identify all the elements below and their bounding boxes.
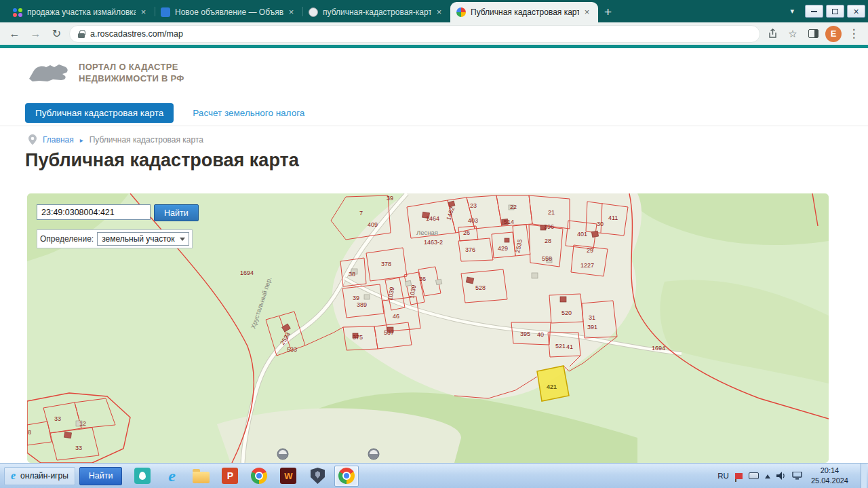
panorama-marker-icon[interactable] (277, 449, 288, 459)
map-search-button[interactable]: Найти (154, 204, 199, 221)
browser-tab[interactable]: публичная-кадастровая-карта.р (302, 2, 450, 22)
hidden-icons-chevron-icon[interactable] (765, 472, 770, 478)
taskbar-icons (130, 466, 359, 487)
new-tab-button[interactable] (604, 5, 612, 18)
blue-favicon-icon (161, 7, 170, 17)
system-tray: RU 20:14 25.04.2024 (717, 464, 867, 488)
language-indicator[interactable]: RU (717, 472, 729, 480)
svg-text:429: 429 (498, 245, 508, 252)
svg-text:376: 376 (465, 246, 475, 253)
profile-avatar[interactable]: E (825, 26, 842, 42)
quick-launch-label: онлайн-игры (20, 471, 68, 481)
tab-title: Новое объявление — Объявле (175, 7, 283, 17)
svg-text:521: 521 (555, 343, 566, 350)
address-bar[interactable]: a.roscadastres.com/map (69, 25, 760, 43)
browser-tab[interactable]: Новое объявление — Объявле (155, 2, 302, 22)
browser-tab[interactable]: продажа участка измайловка ж (7, 2, 155, 22)
nav-tab-land-tax[interactable]: Расчет земельного налога (193, 108, 304, 118)
share-icon[interactable] (764, 26, 781, 42)
side-panel-glyph (808, 29, 818, 38)
browser-tabs: продажа участка измайловка жНовое объявл… (7, 0, 598, 22)
close-button[interactable] (847, 5, 865, 18)
browser-menu-icon[interactable] (846, 26, 862, 42)
wot-taskbar-button[interactable] (276, 466, 300, 487)
svg-text:375: 375 (353, 334, 363, 341)
tab-title: публичная-кадастровая-карта.р (323, 7, 431, 17)
reload-button[interactable]: ↻ (48, 25, 65, 42)
ie-taskbar-button[interactable] (159, 466, 184, 487)
chrome-icon (251, 468, 267, 484)
chrome-taskbar-button[interactable] (247, 466, 271, 487)
clock[interactable]: 20:14 25.04.2024 (808, 466, 851, 486)
definition-select[interactable]: земельный участок (97, 232, 189, 246)
svg-text:558: 558 (542, 255, 552, 262)
window-controls (790, 0, 868, 22)
svg-text:30: 30 (597, 221, 604, 227)
drop-taskbar-button[interactable] (130, 466, 155, 487)
svg-text:389: 389 (357, 301, 367, 308)
browser-tabstrip: продажа участка измайловка жНовое объявл… (0, 0, 868, 22)
svg-text:378: 378 (381, 261, 391, 267)
tab-close-icon[interactable] (434, 7, 444, 18)
side-panel-icon[interactable] (805, 26, 821, 42)
svg-text:7: 7 (359, 210, 363, 217)
taskbar-search-button[interactable]: Найти (79, 467, 123, 485)
folder-taskbar-button[interactable] (189, 466, 213, 487)
russia-map-icon (27, 60, 71, 87)
chrome-taskbar-button[interactable] (334, 466, 359, 487)
tab-close-icon[interactable] (582, 7, 592, 18)
shield-taskbar-button[interactable] (305, 466, 330, 487)
tab-close-icon[interactable] (286, 7, 296, 18)
lock-icon[interactable] (78, 30, 85, 38)
web-page: ПОРТАЛ О КАДАСТРЕ НЕДВИЖИМОСТИ В РФ Публ… (0, 48, 868, 463)
svg-text:411: 411 (608, 214, 618, 221)
page-title: Публичная кадастровая карта (25, 150, 299, 171)
network-icon[interactable] (792, 472, 802, 480)
svg-text:514: 514 (504, 219, 514, 225)
quick-launch-toolbar[interactable]: онлайн-игры (4, 467, 75, 485)
tab-close-icon[interactable] (138, 7, 149, 18)
breadcrumb: Главная Публичная кадастровая карта (28, 134, 203, 145)
panorama-marker-icon[interactable] (368, 449, 379, 459)
svg-text:39: 39 (387, 195, 393, 202)
svg-text:1464: 1464 (426, 215, 439, 222)
minimize-button[interactable] (805, 5, 823, 18)
time: 20:14 (811, 466, 848, 476)
browser-toolbar: ← → ↻ a.roscadastres.com/map E (0, 22, 868, 45)
ppt-taskbar-button[interactable] (218, 466, 242, 487)
site-logo: ПОРТАЛ О КАДАСТРЕ НЕДВИЖИМОСТИ В РФ (27, 60, 184, 87)
maximize-button[interactable] (826, 5, 844, 18)
keyboard-tray-icon[interactable] (749, 472, 759, 479)
nav-tab-public-map[interactable]: Публичная кадастровая карта (25, 103, 174, 123)
speaker-icon[interactable] (776, 472, 786, 480)
svg-text:26: 26 (463, 229, 470, 236)
ppt-icon (222, 468, 238, 484)
bookmark-star-icon[interactable] (785, 26, 801, 42)
back-button[interactable]: ← (6, 25, 23, 42)
tab-search-chevron-icon[interactable] (790, 7, 794, 16)
wot-icon (280, 468, 296, 484)
color-favicon-icon (456, 7, 466, 17)
svg-text:38: 38 (349, 271, 355, 278)
forward-button[interactable]: → (27, 25, 44, 42)
svg-text:23: 23 (470, 202, 477, 209)
browser-tab[interactable]: Публичная кадастровая карта (450, 2, 598, 22)
url-text: a.roscadastres.com/map (90, 29, 183, 39)
svg-text:41: 41 (566, 343, 573, 350)
dots-favicon-icon (13, 7, 22, 17)
maximize-icon (832, 9, 838, 14)
svg-text:21: 21 (548, 209, 555, 216)
cadastral-number-input[interactable] (37, 204, 151, 220)
show-desktop-button[interactable] (861, 464, 867, 488)
breadcrumb-separator-icon (80, 136, 83, 144)
svg-text:391: 391 (587, 324, 597, 331)
svg-text:28: 28 (545, 238, 551, 244)
logo-line1: ПОРТАЛ О КАДАСТРЕ (79, 62, 184, 73)
globe-favicon-icon (309, 7, 318, 17)
breadcrumb-home-link[interactable]: Главная (43, 135, 74, 145)
flag-tray-icon[interactable] (735, 473, 743, 479)
svg-text:31: 31 (589, 314, 595, 321)
map-controls: Найти Определение: земельный участок (37, 204, 199, 248)
date: 25.04.2024 (811, 476, 848, 486)
svg-text:528: 528 (475, 284, 486, 291)
